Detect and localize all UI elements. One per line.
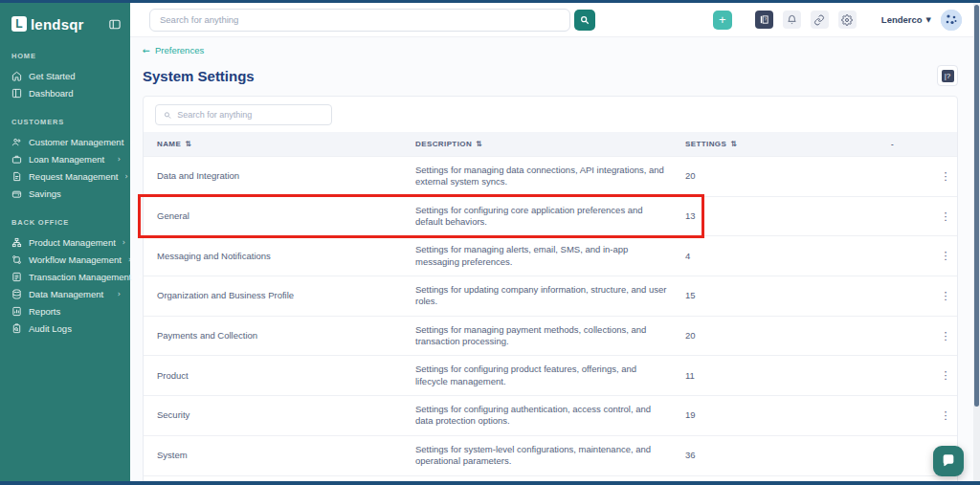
sidebar-item-get-started[interactable]: Get Started	[0, 67, 130, 84]
sidebar-section-customers: CUSTOMERS Customer Management › Loan Man…	[0, 118, 130, 202]
database-icon	[11, 289, 22, 299]
scrollbar-thumb[interactable]	[974, 5, 979, 407]
setting-name: Data and Integration	[144, 163, 415, 189]
savings-icon	[11, 188, 22, 199]
table-row[interactable]: Security Settings for configuring authen…	[144, 395, 957, 435]
kebab-icon: ⋮	[941, 330, 951, 342]
column-header-name: NAME	[157, 140, 181, 148]
sidebar-item-product-management[interactable]: Product Management ›	[0, 233, 130, 251]
sidebar-item-transaction-management[interactable]: Transaction Management ›	[0, 268, 130, 285]
table-row[interactable]: Product Settings for configuring product…	[144, 355, 957, 395]
link-icon	[813, 14, 825, 26]
table-row[interactable]: Data and Integration Settings for managi…	[144, 156, 957, 196]
lendsqr-logo-icon: L	[11, 16, 27, 32]
setting-description: Settings for managing payment methods, c…	[415, 317, 685, 356]
global-search-input[interactable]	[149, 9, 570, 32]
row-actions-menu[interactable]: ⋮	[937, 367, 955, 384]
sitemap-icon	[11, 237, 22, 248]
setting-name: System	[144, 442, 415, 469]
setting-description: Settings for managing data connections, …	[415, 157, 685, 196]
kebab-icon: ⋮	[941, 250, 951, 262]
breadcrumb-label: Preferences	[155, 45, 204, 55]
docs-help-button[interactable]: ?	[755, 11, 773, 29]
kebab-icon: ⋮	[941, 409, 951, 422]
setting-description: Settings for configuring core applicatio…	[415, 197, 685, 236]
sidebar-section-home: HOME Get Started Dashboard	[0, 52, 130, 101]
row-actions-menu[interactable]: ⋮	[937, 288, 955, 304]
table-row[interactable]: Messaging and Notifications Settings for…	[144, 235, 957, 276]
setting-count: 15	[685, 282, 891, 309]
sidebar-item-request-management[interactable]: Request Management ›	[0, 167, 130, 185]
setting-description: Settings for configuring authentication,…	[415, 396, 685, 435]
chevron-right-icon: ›	[128, 255, 131, 264]
sidebar-item-data-management[interactable]: Data Management ›	[0, 285, 130, 302]
chevron-right-icon: ›	[130, 138, 133, 146]
sidebar-item-label: Data Management	[29, 289, 103, 299]
topbar: + ? Lenderco ▼	[130, 3, 973, 37]
org-switcher[interactable]: Lenderco ▼	[881, 14, 931, 25]
page-docs-button[interactable]: |?	[937, 65, 958, 86]
integrations-button[interactable]	[811, 11, 829, 29]
settings-button[interactable]	[838, 11, 857, 29]
sort-icon[interactable]: ⇅	[476, 140, 482, 148]
chevron-right-icon: ›	[124, 172, 127, 181]
request-doc-icon	[11, 171, 22, 182]
sort-icon[interactable]: ⇅	[185, 140, 191, 148]
sidebar-item-loan-management[interactable]: Loan Management ›	[0, 150, 130, 167]
setting-name: Security	[144, 402, 415, 429]
sidebar-item-label: Dashboard	[29, 88, 73, 99]
row-actions-menu[interactable]: ⋮	[937, 408, 955, 424]
sidebar-item-dashboard[interactable]: Dashboard	[0, 84, 130, 101]
avatar-pattern	[941, 10, 962, 31]
settings-table-card: NAME⇅ DESCRIPTION⇅ SETTINGS⇅ - Data and …	[143, 96, 958, 485]
setting-name: Product	[144, 363, 415, 389]
table-row[interactable]: Organization and Business Profile Settin…	[144, 276, 957, 316]
sidebar-item-audit-logs[interactable]: Audit Logs	[0, 320, 130, 337]
setting-description: Settings for system-level configurations…	[415, 436, 685, 475]
sidebar: L lendsqr HOME Get Started Dashboard CUS…	[0, 0, 130, 485]
global-search-button[interactable]	[574, 10, 595, 31]
section-label-back-office: BACK OFFICE	[0, 218, 130, 227]
section-label-customers: CUSTOMERS	[0, 118, 130, 126]
docs-icon: |?	[942, 70, 954, 82]
kebab-icon: ⋮	[941, 290, 951, 302]
chevron-right-icon: ›	[138, 273, 141, 281]
row-actions-menu[interactable]: ⋮	[937, 248, 955, 264]
vertical-scrollbar[interactable]	[973, 3, 980, 481]
sidebar-item-label: Request Management	[29, 171, 118, 182]
sidebar-item-label: Product Management	[29, 237, 116, 248]
setting-description: Settings for managing alerts, email, SMS…	[415, 236, 685, 276]
column-header-settings: SETTINGS	[685, 140, 726, 148]
window-bottom-edge	[0, 481, 980, 485]
home-icon	[11, 71, 22, 81]
dashboard-icon	[11, 88, 22, 99]
sidebar-item-workflow-management[interactable]: Workflow Management ›	[0, 251, 130, 268]
workflow-icon	[11, 254, 22, 265]
row-actions-menu[interactable]: ⋮	[937, 209, 955, 225]
quick-add-button[interactable]: +	[713, 11, 732, 30]
transaction-icon	[11, 272, 22, 282]
sidebar-item-label: Get Started	[29, 71, 76, 81]
sidebar-item-savings[interactable]: Savings	[0, 185, 130, 202]
sidebar-item-label: Customer Management	[29, 137, 123, 147]
chat-widget-button[interactable]	[933, 446, 964, 476]
table-search-input[interactable]	[177, 110, 323, 120]
briefcase-icon	[11, 154, 22, 165]
sidebar-item-customer-management[interactable]: Customer Management ›	[0, 133, 130, 150]
row-actions-menu[interactable]: ⋮	[937, 328, 955, 344]
logo-text: lendsqr	[31, 16, 84, 33]
kebab-icon: ⋮	[941, 170, 951, 183]
sort-icon[interactable]: ⇅	[730, 140, 737, 148]
user-avatar[interactable]	[941, 10, 962, 31]
table-row[interactable]: Payments and Collection Settings for man…	[144, 316, 957, 356]
sidebar-item-reports[interactable]: Reports	[0, 302, 130, 320]
column-header-description: DESCRIPTION	[415, 140, 472, 148]
notifications-button[interactable]	[783, 11, 801, 29]
table-row[interactable]: System Settings for system-level configu…	[144, 435, 957, 475]
breadcrumb[interactable]: ← Preferences	[143, 45, 958, 55]
setting-count: 19	[685, 402, 891, 429]
gear-icon	[841, 14, 853, 26]
sidebar-collapse-icon[interactable]	[109, 19, 121, 30]
table-row-highlighted[interactable]: General Settings for configuring core ap…	[144, 196, 957, 236]
row-actions-menu[interactable]: ⋮	[937, 168, 955, 185]
